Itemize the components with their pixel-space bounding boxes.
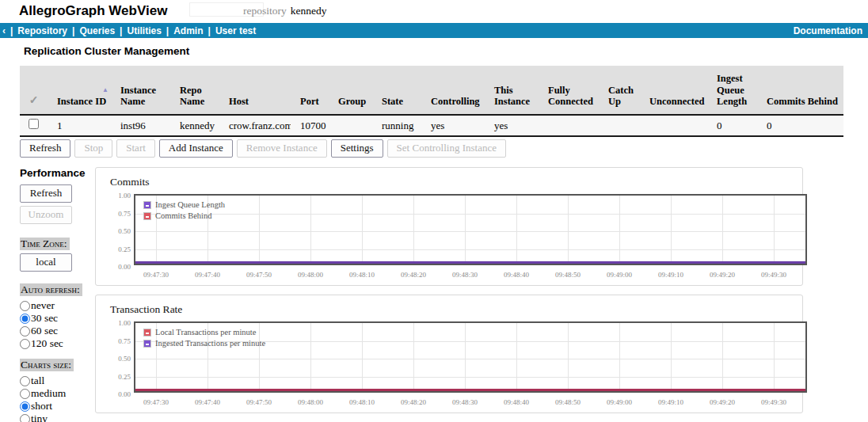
y-axis-labels: 1.000.750.500.250.00 [110, 194, 134, 268]
add-instance-button[interactable]: Add Instance [159, 139, 233, 158]
nav-item-queries[interactable]: Queries [79, 25, 115, 36]
charts-size-option-label: medium [31, 387, 66, 400]
legend-item-ingested-transactions-per-minute: Ingested Transactions per minute [143, 338, 265, 348]
v-gridline [465, 196, 466, 264]
plot-area-commits[interactable]: Ingest Queue LengthCommits Behind [134, 194, 807, 265]
unzoom-button: Unzoom [20, 206, 72, 224]
column-header-this-instance[interactable]: This Instance [485, 66, 539, 115]
set-controlling-instance-button: Set Controlling Instance [387, 139, 506, 158]
y-tick-label: 0.00 [118, 390, 131, 398]
cell-unconnected [640, 115, 707, 136]
x-tick-label: 09:48:10 [349, 271, 375, 279]
legend-swatch-icon [143, 340, 151, 348]
legend-swatch-icon [143, 329, 151, 336]
x-tick-label: 09:48:50 [555, 398, 581, 406]
x-tick-label: 09:48:10 [349, 398, 375, 406]
v-gridline [259, 196, 260, 264]
column-header-instance-name[interactable]: Instance Name [111, 66, 170, 115]
settings-button[interactable]: Settings [331, 139, 383, 158]
cluster-actions: RefreshStopStartAdd InstanceRemove Insta… [20, 139, 868, 158]
nav-item-utilities[interactable]: Utilities [127, 25, 161, 36]
v-gridline [362, 196, 363, 264]
x-tick-label: 09:49:20 [710, 398, 735, 406]
charts-size-option-label: tall [31, 374, 44, 387]
column-header-controlling[interactable]: Controlling [421, 66, 485, 115]
column-header-unconnected[interactable]: Unconnected [640, 66, 707, 115]
nav-documentation-link[interactable]: Documentation [794, 25, 862, 36]
plot-area-transaction-rate[interactable]: Local Transactions per minuteIngested Tr… [134, 321, 807, 393]
v-gridline [619, 196, 620, 264]
cluster-heading: Replication Cluster Management [24, 45, 868, 57]
row-select-checkbox[interactable] [29, 119, 39, 129]
x-tick-label: 09:48:40 [504, 271, 529, 279]
charts-column: Commits1.000.750.500.250.00Ingest Queue … [95, 167, 803, 422]
auto-refresh-option-label: 30 sec [31, 312, 58, 325]
column-header-group[interactable]: Group [329, 66, 372, 115]
y-tick-label: 0.25 [118, 373, 131, 381]
column-header-ingest-queue-length[interactable]: Ingest Queue Length [707, 66, 757, 115]
column-header-host[interactable]: Host [219, 66, 291, 115]
column-header-fully-connected[interactable]: Fully Connected [539, 66, 599, 115]
x-tick-label: 09:47:50 [246, 271, 272, 279]
column-header-commits-behind[interactable]: Commits Behind [757, 66, 843, 115]
legend-item-local-transactions-per-minute: Local Transactions per minute [143, 327, 265, 337]
charts-size-radio-short[interactable] [20, 401, 30, 412]
nav-item-repository[interactable]: Repository [17, 25, 67, 36]
nav-items: |Repository|Queries|Utilities|Admin|User… [6, 25, 256, 36]
x-tick-label: 09:47:40 [195, 271, 220, 279]
column-header-state[interactable]: State [372, 66, 421, 115]
auto-refresh-radio-30-sec[interactable] [20, 314, 30, 324]
nav-separator: | [120, 25, 122, 36]
charts-size-radio-tall[interactable] [20, 376, 30, 386]
cell-instance-id: 1 [48, 115, 111, 136]
auto-refresh-radio-never[interactable] [20, 301, 30, 311]
nav-item-user-test[interactable]: User test [215, 25, 256, 36]
x-tick-label: 09:48:40 [504, 398, 529, 406]
refresh-button[interactable]: Refresh [20, 139, 70, 158]
timezone-local-button[interactable]: local [20, 253, 72, 272]
x-axis-labels: 09:47:3009:47:4009:47:5009:48:0009:48:10… [134, 396, 810, 407]
x-tick-label: 09:49:30 [761, 398, 786, 406]
v-gridline [722, 323, 723, 391]
x-tick-label: 09:49:10 [658, 398, 683, 406]
remove-instance-button: Remove Instance [237, 139, 327, 158]
auto-refresh-label: Auto refresh: [20, 283, 82, 296]
charts-size-radio-medium[interactable] [20, 389, 30, 399]
legend-item-ingest-queue-length: Ingest Queue Length [143, 200, 225, 210]
column-header-instance-id[interactable]: Instance ID▲ [48, 66, 111, 115]
v-gridline [671, 196, 672, 264]
legend-label: Ingested Transactions per minute [155, 339, 265, 348]
auto-refresh-radio-120-sec[interactable] [20, 339, 30, 349]
timezone-label: Time Zone: [20, 238, 70, 250]
v-gridline [516, 323, 517, 391]
chart-commits: Commits1.000.750.500.250.00Ingest Queue … [95, 167, 803, 286]
replication-cluster-section: Replication Cluster Management ✓Instance… [20, 45, 868, 158]
nav-item-admin[interactable]: Admin [173, 25, 203, 36]
column-header-port[interactable]: Port [291, 66, 329, 115]
legend-swatch-icon [143, 212, 151, 220]
column-header-catch-up[interactable]: Catch Up [599, 66, 640, 115]
x-tick-label: 09:49:20 [710, 271, 735, 279]
y-tick-label: 0.50 [118, 227, 131, 235]
cell-group [329, 115, 372, 136]
auto-refresh-radio-60-sec[interactable] [20, 326, 30, 336]
v-gridline [568, 196, 569, 264]
v-gridline [774, 196, 775, 264]
x-tick-label: 09:48:20 [401, 271, 426, 279]
x-tick-label: 09:48:50 [555, 271, 581, 279]
repository-label: repository [243, 5, 287, 17]
y-tick-label: 0.50 [118, 355, 131, 363]
cell-repo-name: kennedy [170, 115, 219, 136]
refresh-button[interactable]: Refresh [20, 184, 72, 203]
chart-transaction-rate: Transaction Rate1.000.750.500.250.00Loca… [95, 295, 803, 413]
v-gridline [774, 323, 775, 391]
column-header-repo-name[interactable]: Repo Name [170, 66, 219, 115]
chart-legend: Ingest Queue LengthCommits Behind [143, 200, 225, 222]
auto-refresh-option-120-sec: 120 sec [20, 337, 95, 350]
v-gridline [671, 323, 672, 391]
charts-size-radio-tiny[interactable] [20, 414, 30, 422]
chart-title-commits: Commits [110, 176, 790, 188]
cell-controlling: yes [421, 115, 485, 136]
cell-catch-up [599, 115, 640, 136]
charts-size-option-label: short [31, 400, 52, 412]
